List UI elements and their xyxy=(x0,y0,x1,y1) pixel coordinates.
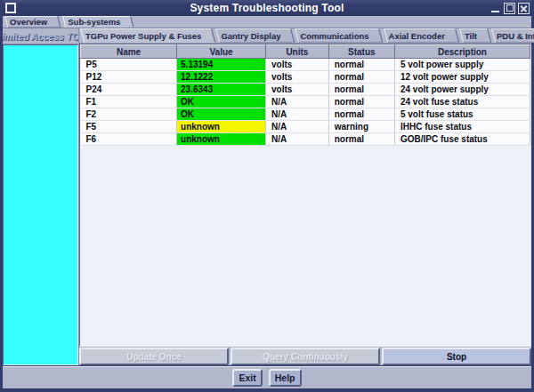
table-row[interactable]: P24 23.6343 volts normal 24 volt power s… xyxy=(81,84,530,96)
cell-value: unknown xyxy=(177,121,266,133)
main-tab[interactable]: Sub-systems xyxy=(62,16,131,28)
cell-description: 5 volt power supply xyxy=(394,59,530,71)
content-area: Limited Access TCP TGPu Power Supply & F… xyxy=(3,28,531,365)
cell-name: P24 xyxy=(81,84,177,96)
cell-value: 5.13194 xyxy=(177,59,266,71)
cell-status: warning xyxy=(328,121,394,133)
cell-value: OK xyxy=(177,108,266,121)
cell-name: F1 xyxy=(81,96,177,108)
window-title: System Troubleshooting Tool xyxy=(3,2,531,14)
cell-units: volts xyxy=(266,84,329,96)
table-row[interactable]: P12 12.1222 volts normal 12 volt power s… xyxy=(81,71,530,84)
cell-description: IHHC fuse status xyxy=(394,121,530,133)
table-row[interactable]: F1 OK N/A normal 24 volt fuse status xyxy=(81,96,530,108)
cell-value: 12.1222 xyxy=(177,71,266,84)
query-continuously-button[interactable]: Query Continuously xyxy=(231,348,380,365)
column-header-description: Description xyxy=(394,45,530,59)
cell-description: 24 volt fuse status xyxy=(394,96,530,108)
cell-value: OK xyxy=(177,96,266,108)
cell-name: F6 xyxy=(81,133,177,146)
cell-status: normal xyxy=(328,59,394,71)
column-header-name: Name xyxy=(81,45,177,59)
cell-status: normal xyxy=(328,71,394,84)
table-header-row: Name Value Units Status Description xyxy=(81,45,530,59)
cell-status: normal xyxy=(328,133,394,146)
update-once-button[interactable]: Update Once xyxy=(79,348,229,365)
titlebar: System Troubleshooting Tool xyxy=(3,0,531,16)
stop-button[interactable]: Stop xyxy=(382,348,531,365)
subsystem-tab-bar: TGPu Power Supply & Fuses Gantry Display… xyxy=(79,28,531,44)
cell-description: GOB/IPC fuse status xyxy=(394,133,530,146)
table-row[interactable]: P5 5.13194 volts normal 5 volt power sup… xyxy=(81,59,530,71)
subsystem-tab[interactable]: Tilt xyxy=(459,28,488,43)
limited-access-label: Limited Access TCP xyxy=(3,28,78,44)
column-header-units: Units xyxy=(266,45,329,59)
footer-bar: Exit Help xyxy=(3,366,531,388)
table-row[interactable]: F5 unknown N/A warning IHHC fuse status xyxy=(81,121,530,133)
query-action-row: Update Once Query Continuously Stop xyxy=(79,347,531,365)
cell-units: volts xyxy=(266,71,329,84)
subsystem-tab[interactable]: PDU & Interlocks xyxy=(491,28,534,43)
system-troubleshooting-window: System Troubleshooting Tool Overview Sub… xyxy=(0,0,534,392)
column-header-status: Status xyxy=(328,45,394,59)
cell-units: volts xyxy=(266,59,329,71)
cell-name: P5 xyxy=(81,59,177,71)
cell-value: 23.6343 xyxy=(177,84,266,96)
column-header-value: Value xyxy=(177,45,266,59)
readings-table-container: Name Value Units Status Description P5 5… xyxy=(79,44,531,347)
window-controls xyxy=(490,3,531,14)
cell-units: N/A xyxy=(266,121,329,133)
cell-status: normal xyxy=(328,108,394,121)
table-row[interactable]: F2 OK N/A normal 5 volt fuse status xyxy=(81,108,530,121)
cell-description: 5 volt fuse status xyxy=(394,108,530,121)
subsystem-tab[interactable]: Gantry Display xyxy=(215,28,291,43)
cell-name: P12 xyxy=(81,71,177,84)
cell-status: normal xyxy=(328,84,394,96)
exit-button[interactable]: Exit xyxy=(232,369,262,387)
main-tab[interactable]: Overview xyxy=(4,16,58,28)
cell-name: F2 xyxy=(81,108,177,121)
subsystem-tab[interactable]: Axial Encoder xyxy=(384,28,456,43)
cell-name: F5 xyxy=(81,121,177,133)
main-tab-bar: Overview Sub-systems xyxy=(3,16,531,28)
cell-units: N/A xyxy=(266,108,329,121)
table-row[interactable]: F6 unknown N/A normal GOB/IPC fuse statu… xyxy=(81,133,530,146)
cell-description: 12 volt power supply xyxy=(394,71,530,84)
cell-value: unknown xyxy=(177,133,266,146)
cell-description: 24 volt power supply xyxy=(394,84,530,96)
subsystem-tab[interactable]: TGPu Power Supply & Fuses xyxy=(80,28,212,43)
readings-table: Name Value Units Status Description P5 5… xyxy=(80,44,530,146)
maximize-icon[interactable] xyxy=(504,3,515,14)
subsystem-tab[interactable]: Communications xyxy=(295,28,379,43)
cell-status: normal xyxy=(328,96,394,108)
left-panel: Limited Access TCP xyxy=(3,28,79,365)
cell-units: N/A xyxy=(266,133,329,146)
cell-units: N/A xyxy=(266,96,329,108)
help-button[interactable]: Help xyxy=(269,369,302,387)
subsystem-panel: TGPu Power Supply & Fuses Gantry Display… xyxy=(79,28,531,365)
status-color-panel xyxy=(3,44,78,365)
close-icon[interactable] xyxy=(518,3,530,14)
minimize-icon[interactable] xyxy=(490,3,501,14)
